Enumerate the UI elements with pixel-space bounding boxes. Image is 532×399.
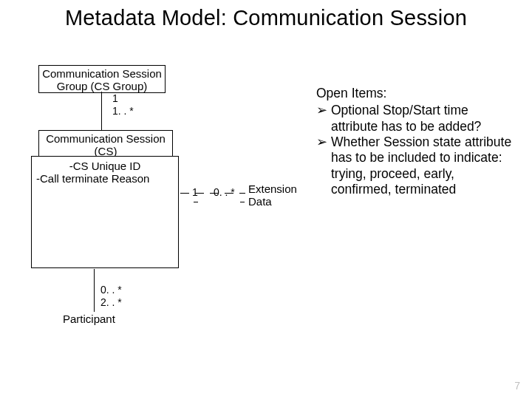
cs-attr-2: -Call terminate Reason <box>36 172 174 185</box>
open-item-2-text: Whether Session state attribute has to b… <box>331 134 516 197</box>
mult-underline <box>240 202 245 202</box>
bullet-icon: ➢ <box>316 134 331 197</box>
connector-cs-participant <box>94 269 95 312</box>
multiplicity-part-top: 0. . * <box>100 284 122 296</box>
open-item-1-text: Optional Stop/Start time attribute has t… <box>331 103 516 134</box>
page-number: 7 <box>514 380 520 392</box>
connector-cs-ext-seg <box>239 193 245 194</box>
open-item-1: ➢ Optional Stop/Start time attribute has… <box>316 103 516 134</box>
bullet-icon: ➢ <box>316 103 331 134</box>
class-cs-header-line1: Communication Session <box>39 132 172 145</box>
class-cs-header: Communication Session (CS) <box>38 130 173 158</box>
open-items-header: Open Items: <box>316 86 516 101</box>
class-extension-data: Extension Data <box>248 183 297 208</box>
ext-line2: Data <box>248 195 297 208</box>
class-cs-group-line2: Group (CS Group) <box>39 80 165 92</box>
class-participant: Participant <box>63 313 115 325</box>
multiplicity-ext-right: 0. . * <box>214 186 235 198</box>
open-items-panel: Open Items: ➢ Optional Stop/Start time a… <box>316 86 516 197</box>
class-cs-group-line1: Communication Session <box>39 67 165 80</box>
class-cs-body: -CS Unique ID -Call terminate Reason <box>31 156 179 268</box>
class-cs-group: Communication Session Group (CS Group) <box>38 65 166 93</box>
page-title: Metadata Model: Communication Session <box>0 6 532 30</box>
cs-attr-1: -CS Unique ID <box>36 160 174 172</box>
connector-cs-ext-seg <box>180 193 189 194</box>
open-item-2: ➢ Whether Session state attribute has to… <box>316 134 516 197</box>
connector-group-cs <box>101 92 102 130</box>
multiplicity-group-side: 1 <box>112 92 118 104</box>
multiplicity-cs-top: 1. . * <box>112 105 134 117</box>
multiplicity-part-bottom: 2. . * <box>100 296 122 308</box>
multiplicity-ext-left: 1 <box>192 186 198 198</box>
ext-line1: Extension <box>248 183 297 195</box>
mult-underline <box>194 202 198 202</box>
